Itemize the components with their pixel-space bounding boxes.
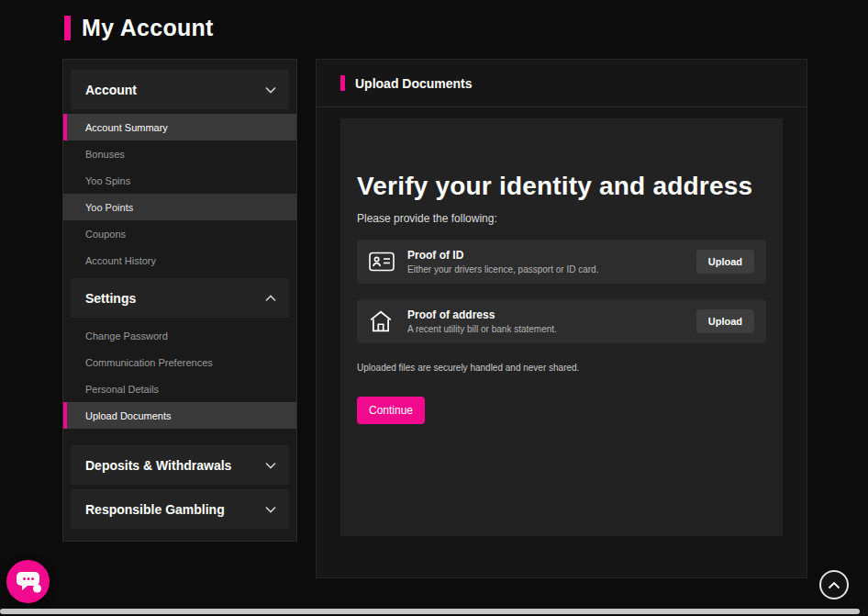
chat-bubbles-icon: [15, 570, 42, 594]
page-title: My Account: [64, 15, 214, 41]
sidebar-item-communication-preferences[interactable]: Communication Preferences: [63, 349, 296, 375]
doc-title: Proof of address: [407, 308, 557, 321]
item-label: Coupons: [85, 229, 126, 240]
accent-bar: [64, 16, 71, 40]
page-title-text: My Account: [82, 15, 214, 41]
section-label: Responsible Gambling: [85, 502, 225, 517]
sidebar-item-account-history[interactable]: Account History: [63, 247, 296, 274]
item-label: Communication Preferences: [85, 357, 213, 368]
item-label: Bonuses: [85, 149, 125, 160]
doc-text: Proof of ID Either your drivers licence,…: [407, 249, 598, 274]
panel-title: Upload Documents: [355, 76, 473, 91]
item-label: Account Summary: [85, 122, 168, 133]
sidebar-item-yoo-spins[interactable]: Yoo Spins: [63, 167, 296, 194]
item-label: Change Password: [85, 330, 168, 342]
sidebar-item-personal-details[interactable]: Personal Details: [63, 375, 296, 402]
account-sidebar: Account Account Summary Bonuses Yoo Spin…: [62, 59, 297, 542]
sidebar-item-coupons[interactable]: Coupons: [63, 220, 296, 247]
proof-of-id-row: Proof of ID Either your drivers licence,…: [357, 240, 766, 284]
panel-header: Upload Documents: [317, 60, 807, 107]
section-label: Account: [85, 83, 137, 97]
item-label: Yoo Spins: [85, 175, 130, 186]
sidebar-section-settings: Settings Change Password Communication P…: [63, 278, 296, 429]
chevron-down-icon: [265, 86, 276, 94]
verify-subheading: Please provide the following:: [357, 212, 766, 225]
horizontal-scrollbar[interactable]: [0, 609, 868, 614]
doc-description: A recent utility bill or bank statement.: [407, 324, 557, 334]
continue-button[interactable]: Continue: [357, 397, 425, 424]
sidebar-item-account-summary[interactable]: Account Summary: [63, 114, 296, 140]
sidebar-item-bonuses[interactable]: Bonuses: [63, 140, 296, 167]
section-header-responsible-gambling[interactable]: Responsible Gambling: [71, 489, 289, 529]
verify-card: Verify your identity and address Please …: [340, 118, 783, 536]
chevron-down-icon: [265, 462, 276, 469]
home-icon: [369, 310, 398, 332]
chevron-down-icon: [265, 506, 276, 513]
item-label: Account History: [85, 255, 156, 266]
verify-heading: Verify your identity and address: [357, 172, 766, 201]
item-label: Upload Documents: [85, 410, 172, 421]
chevron-up-icon: [265, 295, 276, 302]
doc-description: Either your drivers licence, passport or…: [407, 264, 598, 274]
chevron-up-icon: [828, 581, 840, 589]
section-header-settings[interactable]: Settings: [71, 278, 289, 318]
sidebar-item-yoo-points[interactable]: Yoo Points: [63, 194, 296, 220]
doc-title: Proof of ID: [407, 249, 598, 262]
sidebar-item-change-password[interactable]: Change Password: [63, 322, 296, 349]
upload-documents-panel: Upload Documents Verify your identity an…: [316, 59, 807, 578]
sidebar-section-responsible-gambling: Responsible Gambling: [63, 489, 296, 529]
scrollbar-thumb[interactable]: [0, 609, 860, 614]
section-label: Deposits & Withdrawals: [85, 458, 231, 473]
id-card-icon: [369, 252, 398, 272]
proof-of-address-row: Proof of address A recent utility bill o…: [357, 299, 766, 343]
item-label: Personal Details: [85, 384, 159, 395]
section-label: Settings: [85, 291, 136, 306]
chat-button[interactable]: [6, 560, 50, 603]
section-header-account[interactable]: Account: [71, 70, 289, 109]
upload-address-button[interactable]: Upload: [696, 309, 754, 333]
sidebar-section-deposits: Deposits & Withdrawals: [63, 445, 296, 485]
item-label: Yoo Points: [85, 202, 133, 213]
doc-text: Proof of address A recent utility bill o…: [407, 308, 557, 334]
section-header-deposits[interactable]: Deposits & Withdrawals: [71, 445, 289, 485]
accent-bar: [340, 75, 345, 91]
sidebar-section-account: Account Account Summary Bonuses Yoo Spin…: [63, 70, 296, 274]
security-note: Uploaded files are securely handled and …: [357, 363, 766, 373]
scroll-to-top-button[interactable]: [819, 570, 849, 599]
upload-id-button[interactable]: Upload: [696, 250, 754, 274]
sidebar-item-upload-documents[interactable]: Upload Documents: [63, 402, 296, 429]
